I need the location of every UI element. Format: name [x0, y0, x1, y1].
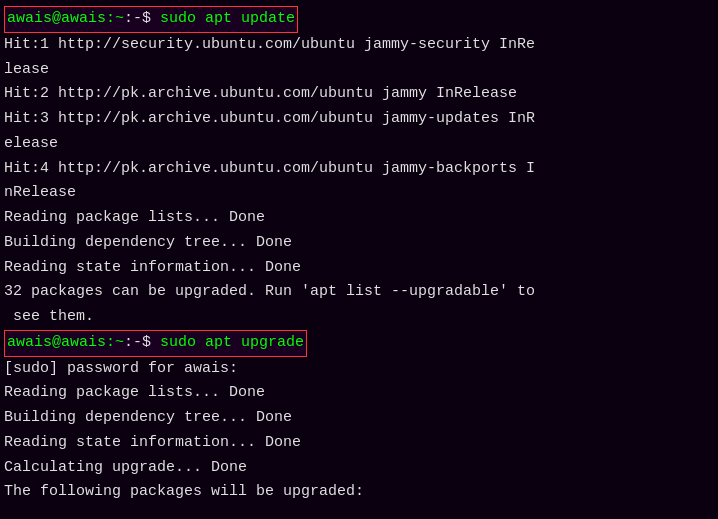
output-line-7: nRelease [4, 181, 714, 206]
output-line-14: [sudo] password for awais: [4, 357, 714, 382]
output-line-12: see them. [4, 305, 714, 330]
output-line-18: Calculating upgrade... Done [4, 456, 714, 481]
output-line-3: Hit:2 http://pk.archive.ubuntu.com/ubunt… [4, 82, 714, 107]
output-line-19: The following packages will be upgraded: [4, 480, 714, 505]
prompt-dollar: :-$ [124, 10, 160, 27]
output-line-11: 32 packages can be upgraded. Run 'apt li… [4, 280, 714, 305]
output-line-17: Reading state information... Done [4, 431, 714, 456]
output-line-5: elease [4, 132, 714, 157]
prompt-box-13: awais@awais:~:-$ sudo apt upgrade [4, 330, 307, 357]
output-line-2: lease [4, 58, 714, 83]
prompt-user: awais@awais [7, 334, 106, 351]
output-line-10: Reading state information... Done [4, 256, 714, 281]
output-line-6: Hit:4 http://pk.archive.ubuntu.com/ubunt… [4, 157, 714, 182]
output-line-9: Building dependency tree... Done [4, 231, 714, 256]
prompt-colon: : [106, 334, 115, 351]
prompt-box-0: awais@awais:~:-$ sudo apt update [4, 6, 298, 33]
prompt-dollar: :-$ [124, 334, 160, 351]
prompt-command: sudo apt update [160, 10, 295, 27]
terminal-window: awais@awais:~:-$ sudo apt updateHit:1 ht… [4, 6, 714, 513]
prompt-path: ~ [115, 10, 124, 27]
prompt-path: ~ [115, 334, 124, 351]
prompt-colon: : [106, 10, 115, 27]
output-line-4: Hit:3 http://pk.archive.ubuntu.com/ubunt… [4, 107, 714, 132]
prompt-command: sudo apt upgrade [160, 334, 304, 351]
output-line-8: Reading package lists... Done [4, 206, 714, 231]
prompt-user: awais@awais [7, 10, 106, 27]
output-line-15: Reading package lists... Done [4, 381, 714, 406]
output-line-1: Hit:1 http://security.ubuntu.com/ubuntu … [4, 33, 714, 58]
prompt-line-0: awais@awais:~:-$ sudo apt update [4, 6, 714, 33]
prompt-line-13: awais@awais:~:-$ sudo apt upgrade [4, 330, 714, 357]
output-line-16: Building dependency tree... Done [4, 406, 714, 431]
